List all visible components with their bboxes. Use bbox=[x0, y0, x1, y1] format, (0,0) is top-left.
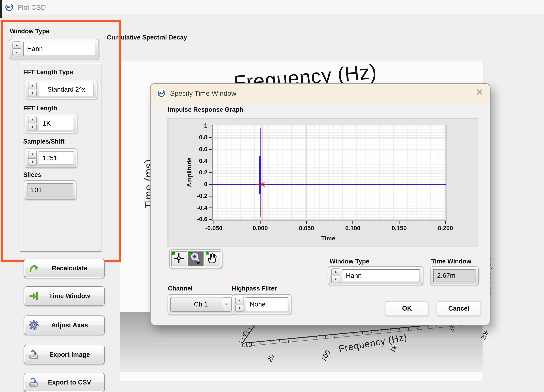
time-window-icon bbox=[29, 291, 39, 301]
spin-down-icon[interactable] bbox=[28, 123, 37, 131]
time-window-label: Time Window bbox=[39, 292, 100, 300]
cursor-tool-button[interactable] bbox=[171, 251, 187, 266]
window-titlebar bbox=[0, 0, 544, 15]
spin-down-icon[interactable] bbox=[28, 158, 37, 165]
adjust-axes-label: Adjust Axes bbox=[39, 321, 100, 329]
graph-tool-palette bbox=[169, 249, 222, 268]
led-icon bbox=[172, 252, 175, 255]
samples-shift-spinner[interactable]: 1251 bbox=[25, 148, 77, 168]
impulse-plot-area[interactable] bbox=[212, 125, 447, 221]
window-type-label: Window Type bbox=[10, 28, 49, 35]
fft-length-label: FFT Length bbox=[23, 105, 57, 112]
export-csv-label: Export to CSV bbox=[39, 379, 100, 386]
y-tick-label: 1 bbox=[204, 122, 207, 129]
spin-down-icon[interactable] bbox=[12, 49, 21, 56]
export-image-label: Export Image bbox=[39, 351, 100, 358]
x-tick-label: -0.050 bbox=[205, 225, 223, 232]
csd-tick-label: 10 bbox=[244, 340, 253, 349]
recalculate-label: Recalculate bbox=[39, 265, 100, 272]
fft-length-type-spinner[interactable]: Standard 2^x bbox=[25, 80, 97, 99]
y-tick-label: -0.4 bbox=[197, 204, 207, 211]
ap-logo-icon: AP bbox=[5, 2, 14, 12]
spin-down-icon[interactable] bbox=[235, 304, 244, 312]
spin-down-icon[interactable] bbox=[28, 90, 37, 97]
x-tick-label: 0.100 bbox=[345, 225, 361, 232]
led-icon bbox=[189, 252, 192, 255]
x-tick-label: 0.150 bbox=[391, 225, 407, 232]
zoom-tool-button[interactable] bbox=[188, 251, 203, 266]
ap-logo-icon: AP bbox=[157, 89, 166, 98]
export-image-icon bbox=[29, 349, 39, 360]
time-window-value: 2.67m bbox=[433, 269, 476, 282]
export-csv-button[interactable]: Export to CSV bbox=[24, 373, 105, 392]
window-type-spinner[interactable]: Hann bbox=[9, 39, 99, 59]
slices-label: Slices bbox=[23, 171, 41, 179]
y-tick-label: -0.2 bbox=[197, 192, 207, 200]
window-edge bbox=[0, 0, 2, 18]
window-type-value[interactable]: Hann bbox=[23, 42, 95, 56]
fft-length-value[interactable]: 1K bbox=[39, 117, 74, 130]
samples-shift-value[interactable]: 1251 bbox=[39, 152, 74, 165]
impulse-graph-label: Impulse Response Graph bbox=[168, 106, 243, 113]
export-image-button[interactable]: Export Image bbox=[24, 345, 105, 364]
y-tick-label: -0.6 bbox=[197, 216, 207, 223]
spin-up-icon[interactable] bbox=[28, 82, 37, 89]
close-icon[interactable] bbox=[476, 86, 483, 98]
time-window-indicator: 2.67m bbox=[430, 266, 479, 285]
fft-length-type-label: FFT Length Type bbox=[23, 69, 73, 76]
x-tick-label: 0.050 bbox=[299, 225, 314, 232]
y-tick-label: 0.6 bbox=[199, 146, 207, 153]
dialog-window-type-value[interactable]: Hann bbox=[342, 269, 420, 282]
cancel-button[interactable]: Cancel bbox=[437, 301, 481, 316]
spin-up-icon[interactable] bbox=[331, 268, 340, 275]
slices-indicator: 101 bbox=[24, 180, 76, 200]
y-axis-label: Amplitude bbox=[186, 158, 193, 187]
spin-up-icon[interactable] bbox=[28, 151, 37, 158]
spin-up-icon[interactable] bbox=[28, 116, 37, 123]
chevron-down-icon[interactable] bbox=[222, 298, 232, 311]
time-window-value-label: Time Window bbox=[431, 258, 471, 265]
y-tick-label: 0 bbox=[204, 181, 207, 188]
window-title: Plot CSD bbox=[17, 3, 46, 11]
app-window: AP Plot CSD Frequency (Hz) Cumulative Sp… bbox=[0, 0, 544, 392]
channel-label: Channel bbox=[168, 285, 193, 292]
svg-text:AP: AP bbox=[6, 5, 12, 9]
time-window-button[interactable]: Time Window bbox=[24, 287, 105, 306]
spin-up-icon[interactable] bbox=[235, 297, 244, 304]
x-axis-label: Time bbox=[321, 235, 335, 242]
fft-length-spinner[interactable]: 1K bbox=[25, 114, 77, 133]
highpass-filter-value[interactable]: None bbox=[246, 298, 288, 311]
dialog-window-type-spinner[interactable]: Hann bbox=[328, 266, 423, 285]
highpass-filter-spinner[interactable]: None bbox=[232, 294, 291, 314]
recalculate-icon bbox=[29, 263, 39, 274]
dialog-window-type-label: Window Type bbox=[330, 258, 369, 265]
fft-length-type-value[interactable]: Standard 2^x bbox=[39, 83, 94, 96]
dialog-titlebar[interactable]: AP Specify Time Window bbox=[151, 84, 490, 103]
y-tick-label: 0.2 bbox=[199, 169, 207, 176]
dialog-title: Specify Time Window bbox=[170, 89, 236, 97]
y-tick-label: 0.4 bbox=[199, 157, 207, 164]
samples-shift-label: Samples/Shift bbox=[23, 138, 65, 145]
x-tick-label: 0.200 bbox=[438, 225, 453, 232]
slices-value: 101 bbox=[27, 183, 73, 197]
channel-dropdown[interactable]: Ch 1 bbox=[168, 294, 234, 314]
recalculate-button[interactable]: Recalculate bbox=[24, 259, 105, 278]
adjust-axes-button[interactable]: Adjust Axes bbox=[24, 316, 105, 335]
highpass-filter-label: Highpass Filter bbox=[232, 285, 277, 292]
x-tick-label: 0.000 bbox=[253, 225, 268, 232]
gear-icon bbox=[29, 320, 39, 330]
ok-button[interactable]: OK bbox=[385, 301, 429, 316]
svg-text:AP: AP bbox=[159, 91, 164, 95]
pan-tool-button[interactable] bbox=[205, 251, 220, 266]
spin-up-icon[interactable] bbox=[12, 41, 21, 49]
y-tick-label: 0.8 bbox=[199, 134, 207, 141]
export-csv-icon bbox=[29, 377, 39, 387]
led-icon bbox=[206, 252, 208, 255]
spin-down-icon[interactable] bbox=[331, 276, 340, 283]
